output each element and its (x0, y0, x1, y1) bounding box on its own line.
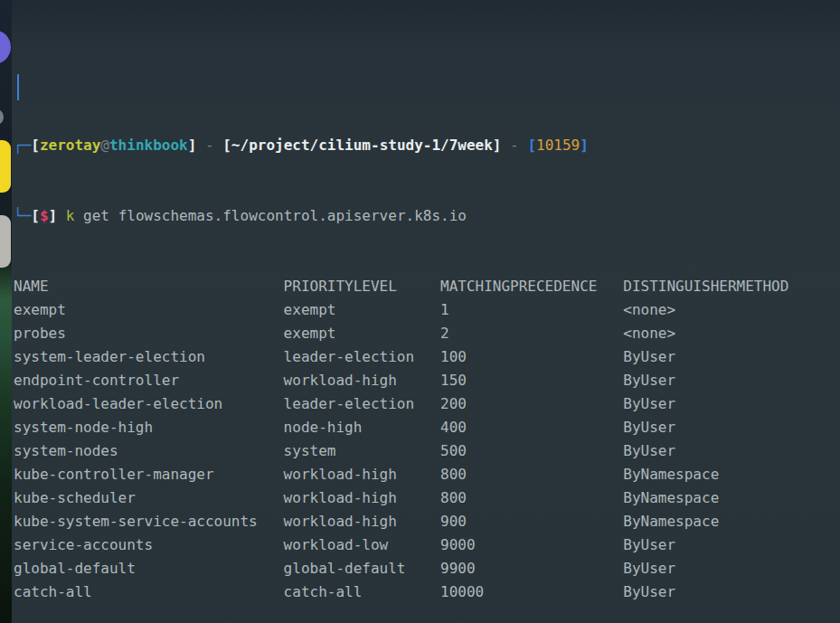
table-row: exempt exempt 1 <none> (14, 298, 840, 322)
table-row: system-leader-election leader-election 1… (14, 345, 840, 369)
table-row: service-accounts workload-low 9000 ByUse… (14, 533, 840, 557)
dock-app-icon-yellow[interactable] (0, 140, 11, 193)
flowschemas-table: NAME PRIORITYLEVEL MATCHINGPRECEDENCE DI… (14, 275, 840, 604)
hostname: thinkbook (109, 137, 188, 154)
table-row: kube-scheduler workload-high 800 ByNames… (14, 486, 840, 510)
command-block-flowschemas: ┌─[zerotay@thinkbook] - [~/project/ciliu… (14, 63, 840, 623)
desktop-screen: ┌─[zerotay@thinkbook] - [~/project/ciliu… (0, 0, 840, 623)
table-header-row: NAME PRIORITYLEVEL MATCHINGPRECEDENCE DI… (14, 275, 840, 298)
prompt-frame-close: └─ (14, 207, 31, 224)
dock-strip (0, 0, 12, 623)
separator: - (501, 137, 527, 154)
history-number: 10159 (536, 137, 580, 154)
bracket: ] (49, 207, 58, 224)
username: zerotay (40, 137, 100, 154)
terminal-window[interactable]: ┌─[zerotay@thinkbook] - [~/project/ciliu… (12, 0, 840, 623)
command-line: └─[$] k get flowschemas.flowcontrol.apis… (14, 204, 840, 228)
space (57, 207, 66, 224)
table-row: system-nodes system 500 ByUser (14, 439, 840, 463)
table-row: global-default global-default 9900 ByUse… (14, 557, 840, 581)
prompt-frame-open: ┌─ (14, 137, 31, 154)
at-sign: @ (100, 137, 109, 154)
table-row: system-node-high node-high 400 ByUser (14, 416, 840, 439)
dock-app-icon-gray[interactable] (0, 215, 11, 268)
table-row: workload-leader-election leader-election… (14, 392, 840, 416)
bracket: [ (31, 137, 40, 154)
bracket: [ (31, 207, 40, 224)
cwd-path: [~/project/cilium-study-1/7week] (222, 137, 501, 154)
table-row: catch-all catch-all 10000 ByUser (14, 581, 840, 604)
table-row: endpoint-controller workload-high 150 By… (14, 369, 840, 392)
table-row: kube-controller-manager workload-high 80… (14, 463, 840, 486)
table-row: probes exempt 2 <none> (14, 322, 840, 345)
prompt-line: ┌─[zerotay@thinkbook] - [~/project/ciliu… (14, 134, 840, 157)
prompt-symbol: $ (40, 207, 49, 224)
bracket: [ (527, 137, 536, 154)
command-args: get flowschemas.flowcontrol.apiserver.k8… (74, 207, 466, 224)
bracket: ] (580, 137, 589, 154)
prompt-frame-connector (17, 74, 19, 100)
table-row: kube-system-service-accounts workload-hi… (14, 510, 840, 533)
dock-app-icon-purple[interactable] (0, 30, 11, 64)
separator: - (196, 137, 222, 154)
dock-app-icon-small[interactable] (0, 109, 4, 125)
bracket: ] (188, 137, 197, 154)
